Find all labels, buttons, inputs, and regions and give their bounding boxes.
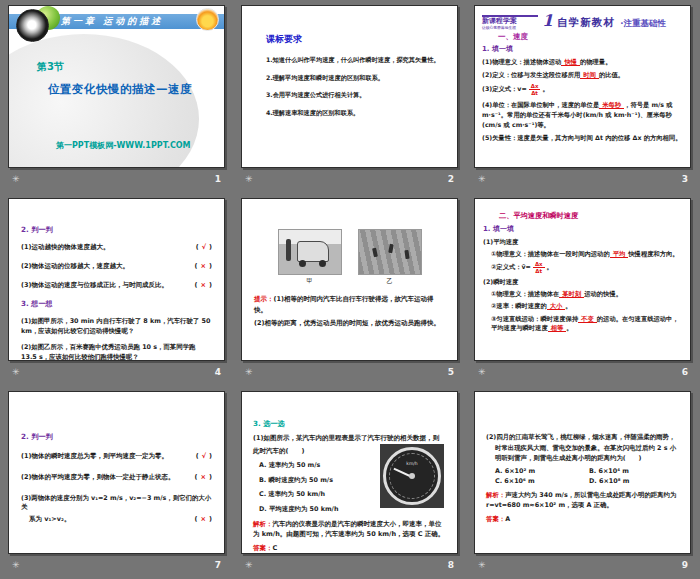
question-line: (1)如图所示，某汽车内的里程表显示了汽车行驶的相关数据，则 bbox=[253, 433, 446, 443]
thumb-footer: ✳ 5 bbox=[241, 361, 458, 382]
slide-cell-2: 课标要求 1.知道什么叫作平均速度，什么叫作瞬时速度，探究其矢量性。 2.理解平… bbox=[233, 0, 466, 193]
track-photo bbox=[358, 229, 422, 275]
option-d: D. 6×10⁸ m bbox=[589, 477, 679, 485]
question-text: (2)四月的江南草长莺飞，桃红柳绿，烟水迷离，伴随温柔的雨势，时常出现疾风大雨、… bbox=[486, 432, 679, 464]
option-b: B. 6×10⁴ m bbox=[589, 467, 679, 475]
judge-heading: 2. 判一判 bbox=[21, 225, 212, 235]
street-photo bbox=[278, 229, 342, 275]
judge-item: (3)物体运动的速度与位移成正比，与时间成反比。(×) bbox=[21, 281, 212, 291]
answer-text: 答案：C bbox=[253, 543, 446, 553]
slide-thumbnail-1[interactable]: 第一章 运动的描述 第3节 位置变化快慢的描述—速度 第一PPT模板网-WWW.… bbox=[8, 5, 225, 168]
animation-star-icon[interactable]: ✳ bbox=[12, 561, 20, 570]
thumb-footer: ✳ 1 bbox=[8, 168, 225, 189]
choose-heading: 3. 选一选 bbox=[253, 419, 446, 429]
think-heading: 3. 想一想 bbox=[21, 299, 212, 309]
slide-number: 4 bbox=[215, 367, 221, 377]
objective-item: 2.理解平均速度和瞬时速度的区别和联系。 bbox=[266, 74, 445, 83]
unit-title: 自学新教材 ·注重基础性 bbox=[557, 11, 666, 30]
content-line: ②定义式：v̄=ΔxΔt。 bbox=[483, 261, 682, 274]
fill-in-heading: 1. 填一填 bbox=[483, 224, 682, 234]
content-line: (3)定义式：v=ΔxΔt。 bbox=[482, 83, 683, 96]
slide-number: 6 bbox=[682, 367, 688, 377]
content-line: ③匀速直线运动：瞬时速度保持不变的运动。在匀速直线运动中，平均速度与瞬时速度相等… bbox=[483, 314, 682, 334]
content-line: (5)矢量性：速度是矢量，其方向与时间 Δt 内的位移 Δx 的方向相同。 bbox=[482, 133, 683, 143]
gauge-unit-label: km/h bbox=[386, 461, 438, 466]
figure-row: 甲 乙 bbox=[254, 229, 445, 286]
slide-cell-3: 新课程学案 让核心素养落地生根 1 自学新教材 ·注重基础性 一、速度 1. 填… bbox=[466, 0, 700, 193]
slide-cell-5: 甲 乙 提示：(1)相等的时间内汽车比自行车行驶得远，故汽车运动得快。 (2)相… bbox=[233, 193, 466, 386]
slide-cell-7: 2. 判一判 (1)物体的瞬时速度总为零，则平均速度一定为零。(√) (2)物体… bbox=[0, 386, 233, 579]
content-line: (2)瞬时速度 bbox=[483, 277, 682, 287]
hint-text: (2)相等的距离，优秀运动员用的时间短，故优秀运动员跑得快。 bbox=[254, 318, 445, 329]
dandelion-image bbox=[16, 9, 49, 42]
slide-cell-9: (2)四月的江南草长莺飞，桃红柳绿，烟水迷离，伴随温柔的雨势，时常出现疾风大雨、… bbox=[466, 386, 700, 579]
thumb-footer: ✳ 7 bbox=[8, 554, 225, 575]
animation-star-icon[interactable]: ✳ bbox=[12, 368, 20, 377]
content-line: ①物理意义：描述物体在一段时间内运动的平均快慢程度和方向。 bbox=[483, 249, 682, 259]
thumb-footer: ✳ 9 bbox=[474, 554, 692, 575]
judge-item-line1: (3)两物体的速度分别为 v₁=2 m/s，v₂=−3 m/s，则它们的大小关 bbox=[21, 494, 212, 513]
animation-star-icon[interactable]: ✳ bbox=[245, 175, 253, 184]
thumb-footer: ✳ 6 bbox=[474, 361, 692, 382]
slide-thumbnail-7[interactable]: 2. 判一判 (1)物体的瞬时速度总为零，则平均速度一定为零。(√) (2)物体… bbox=[8, 391, 225, 554]
content-line: (4)单位：在国际单位制中，速度的单位是米每秒，符号是 m/s 或 m·s⁻¹。… bbox=[482, 100, 683, 130]
fill-in-heading: 1. 填一填 bbox=[482, 44, 683, 54]
objectives-heading: 课标要求 bbox=[266, 33, 445, 46]
unit-number: 1 bbox=[542, 11, 553, 30]
objective-item: 4.理解速率和速度的区别和联系。 bbox=[266, 109, 445, 118]
thumb-footer: ✳ 3 bbox=[474, 168, 692, 189]
option-a: A. 6×10² m bbox=[495, 467, 585, 475]
judge-item: (1)物体的瞬时速度总为零，则平均速度一定为零。(√) bbox=[21, 452, 212, 462]
slide-cell-4: 2. 判一判 (1)运动越快的物体速度越大。(√) (2)物体运动的位移越大，速… bbox=[0, 193, 233, 386]
animation-star-icon[interactable]: ✳ bbox=[245, 561, 253, 570]
slide-thumbnail-2[interactable]: 课标要求 1.知道什么叫作平均速度，什么叫作瞬时速度，探究其矢量性。 2.理解平… bbox=[241, 5, 458, 168]
judge-item: (1)运动越快的物体速度越大。(√) bbox=[21, 243, 212, 253]
slide-cell-8: 3. 选一选 (1)如图所示，某汽车内的里程表显示了汽车行驶的相关数据，则 此时… bbox=[233, 386, 466, 579]
thumb-footer: ✳ 8 bbox=[241, 554, 458, 575]
figure-jia: 甲 bbox=[278, 229, 342, 286]
animation-star-icon[interactable]: ✳ bbox=[478, 175, 486, 184]
animation-star-icon[interactable]: ✳ bbox=[478, 561, 486, 570]
slide-thumbnail-6[interactable]: 二、平均速度和瞬时速度 1. 填一填 (1)平均速度 ①物理意义：描述物体在一段… bbox=[474, 198, 691, 361]
slide-thumbnail-4[interactable]: 2. 判一判 (1)运动越快的物体速度越大。(√) (2)物体运动的位移越大，速… bbox=[8, 198, 225, 361]
answer-text: 答案：A bbox=[486, 514, 679, 525]
content-line: ②速率：瞬时速度的大小。 bbox=[483, 301, 682, 311]
section-label: 第3节 bbox=[37, 60, 64, 74]
figure-yi: 乙 bbox=[358, 229, 422, 286]
slide-number: 8 bbox=[448, 560, 454, 570]
slide-cell-1: 第一章 运动的描述 第3节 位置变化快慢的描述—速度 第一PPT模板网-WWW.… bbox=[0, 0, 233, 193]
animation-star-icon[interactable]: ✳ bbox=[245, 368, 253, 377]
slide-thumbnail-8[interactable]: 3. 选一选 (1)如图所示，某汽车内的里程表显示了汽车行驶的相关数据，则 此时… bbox=[241, 391, 458, 554]
judge-item-line2: 系为 v₁>v₂。(×) bbox=[21, 515, 212, 525]
content-line: (1)物理意义：描述物体运动快慢的物理量。 bbox=[482, 57, 683, 67]
speedometer-image: km/h bbox=[380, 444, 444, 508]
objective-item: 3.会用平均速度公式进行相关计算。 bbox=[266, 91, 445, 100]
animation-star-icon[interactable]: ✳ bbox=[478, 368, 486, 377]
figure-caption: 乙 bbox=[358, 277, 422, 286]
slide-sorter-board: 第一章 运动的描述 第3节 位置变化快慢的描述—速度 第一PPT模板网-WWW.… bbox=[0, 0, 700, 579]
slide-title: 位置变化快慢的描述—速度 bbox=[48, 82, 192, 97]
slide-number: 7 bbox=[215, 560, 221, 570]
think-question: (1)如图甲所示，30 min 内自行车行驶了 8 km，汽车行驶了 50 km… bbox=[21, 317, 212, 337]
judge-item: (2)物体运动的位移越大，速度越大。(×) bbox=[21, 262, 212, 272]
lesson-header: 新课程学案 让核心素养落地生根 1 自学新教材 ·注重基础性 bbox=[482, 11, 683, 30]
content-line: ①物理意义：描述物体在某时刻运动的快慢。 bbox=[483, 289, 682, 299]
slide-number: 2 bbox=[448, 174, 454, 184]
section-heading: 一、速度 bbox=[498, 32, 683, 42]
animation-star-icon[interactable]: ✳ bbox=[12, 175, 20, 184]
hint-text: 提示：(1)相等的时间内汽车比自行车行驶得远，故汽车运动得快。 bbox=[254, 294, 445, 316]
objective-item: 1.知道什么叫作平均速度，什么叫作瞬时速度，探究其矢量性。 bbox=[266, 56, 445, 65]
thumb-footer: ✳ 4 bbox=[8, 361, 225, 382]
content-line: (1)平均速度 bbox=[483, 237, 682, 247]
slide-number: 3 bbox=[682, 174, 688, 184]
brand-logo: 新课程学案 让核心素养落地生根 bbox=[482, 15, 538, 30]
source-site-label: 第一PPT模板网-WWW.1PPT.COM bbox=[56, 140, 191, 151]
slide-thumbnail-9[interactable]: (2)四月的江南草长莺飞，桃红柳绿，烟水迷离，伴随温柔的雨势，时常出现疾风大雨、… bbox=[474, 391, 691, 554]
think-question: (2)如图乙所示，百米赛跑中优秀运动员跑 10 s，而某同学跑 13.5 s，应… bbox=[21, 343, 212, 361]
thumb-footer: ✳ 2 bbox=[241, 168, 458, 189]
flower-image bbox=[196, 8, 219, 31]
slide-thumbnail-5[interactable]: 甲 乙 提示：(1)相等的时间内汽车比自行车行驶得远，故汽车运动得快。 (2)相… bbox=[241, 198, 458, 361]
figure-caption: 甲 bbox=[278, 277, 342, 286]
slide-number: 9 bbox=[682, 560, 688, 570]
slide-thumbnail-3[interactable]: 新课程学案 让核心素养落地生根 1 自学新教材 ·注重基础性 一、速度 1. 填… bbox=[474, 5, 691, 168]
